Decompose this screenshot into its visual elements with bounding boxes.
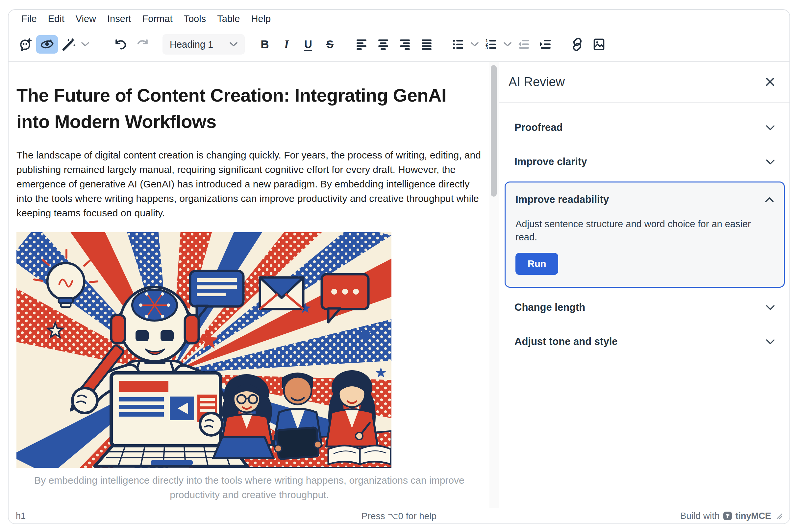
accordion-improve-readability[interactable]: Improve readability (516, 183, 774, 217)
underline-button[interactable]: U (297, 35, 319, 54)
accordion-label: Change length (515, 302, 585, 314)
numbered-list-menu-chevron[interactable] (502, 35, 513, 54)
document-figure[interactable]: By embedding intelligence directly into … (16, 232, 482, 502)
editor-window: File Edit View Insert Format Tools Table… (8, 9, 790, 524)
strikethrough-button[interactable]: S (319, 35, 341, 54)
accordion-label: Improve readability (516, 194, 609, 206)
align-right-icon (398, 38, 411, 51)
indent-icon (539, 38, 552, 51)
help-hint: Press ⌥0 for help (361, 511, 437, 521)
italic-icon: I (284, 37, 289, 51)
run-button[interactable]: Run (516, 253, 558, 275)
close-panel-button[interactable] (765, 77, 775, 87)
indent-button[interactable] (535, 35, 557, 54)
chevron-up-icon (765, 197, 774, 203)
ai-assistant-icon (18, 37, 33, 52)
align-center-button[interactable] (372, 35, 394, 54)
brand-name: tinyMCE (736, 511, 772, 521)
outdent-button[interactable] (513, 35, 535, 54)
accordion-adjust-tone-style[interactable]: Adjust tone and style (505, 324, 785, 359)
menu-format[interactable]: Format (137, 12, 178, 26)
ai-review-button[interactable] (36, 35, 58, 54)
close-icon (765, 77, 775, 87)
bullet-list-icon (452, 38, 465, 51)
brand-prefix: Build with (680, 511, 720, 521)
italic-button[interactable]: I (276, 35, 297, 54)
chevron-down-icon (471, 42, 479, 47)
document-paragraph: The landscape of digital content creatio… (16, 148, 482, 220)
panel-title: AI Review (508, 75, 565, 89)
align-left-icon (355, 38, 368, 51)
menu-insert[interactable]: Insert (101, 12, 137, 26)
brand-link[interactable]: Build with tinyMCE (680, 511, 771, 521)
menu-table[interactable]: Table (211, 12, 245, 26)
document-heading: The Future of Content Creation: Integrat… (16, 82, 482, 135)
align-justify-button[interactable] (416, 35, 438, 54)
ai-shortcuts-button[interactable] (58, 35, 80, 54)
accordion-improve-readability-card: Improve readability Adjust sentence stru… (505, 182, 785, 288)
image-icon (592, 37, 606, 52)
outdent-icon (517, 38, 531, 51)
accordion-improve-clarity[interactable]: Improve clarity (505, 145, 785, 179)
accordion-label: Proofread (515, 122, 562, 133)
redo-button[interactable] (132, 35, 153, 54)
editor-canvas[interactable]: The Future of Content Creation: Integrat… (8, 62, 489, 508)
accordion-label: Improve clarity (515, 156, 587, 168)
chevron-down-icon (766, 305, 775, 310)
editor-scrollbar[interactable] (489, 62, 499, 508)
chevron-down-icon (766, 159, 775, 165)
menu-tools[interactable]: Tools (178, 12, 211, 26)
menu-view[interactable]: View (70, 12, 101, 26)
undo-button[interactable] (110, 35, 132, 54)
element-path[interactable]: h1 (16, 511, 26, 521)
format-select-value: Heading 1 (170, 39, 213, 50)
align-center-icon (377, 38, 390, 51)
ai-assistant-button[interactable] (15, 35, 36, 54)
chevron-down-icon (766, 339, 775, 345)
chevron-down-icon (81, 42, 89, 47)
menubar: File Edit View Insert Format Tools Table… (8, 10, 790, 27)
redo-icon (135, 37, 150, 52)
tinymce-logo-icon (723, 511, 732, 520)
link-icon (570, 37, 584, 52)
statusbar: h1 Press ⌥0 for help Build with tinyMCE (8, 508, 790, 524)
undo-icon (113, 37, 128, 52)
figure-caption: By embedding intelligence directly into … (34, 473, 465, 502)
ai-shortcuts-menu-chevron[interactable] (80, 35, 91, 54)
accordion-label: Adjust tone and style (515, 336, 617, 347)
ai-review-icon (40, 37, 54, 52)
panel-header: AI Review (499, 62, 790, 102)
toolbar: Heading 1 B I U S (8, 27, 790, 62)
chevron-down-icon (766, 125, 775, 131)
align-right-button[interactable] (394, 35, 416, 54)
numbered-list-button[interactable]: 1 2 3 (480, 35, 502, 54)
menu-edit[interactable]: Edit (42, 12, 70, 26)
bullet-list-menu-chevron[interactable] (469, 35, 480, 54)
article-illustration (16, 232, 391, 468)
image-button[interactable] (588, 35, 610, 54)
format-select[interactable]: Heading 1 (163, 34, 245, 55)
scrollbar-thumb[interactable] (491, 65, 497, 197)
accordion-description: Adjust sentence structure and word choic… (516, 217, 774, 244)
numbered-list-icon: 1 2 3 (484, 38, 498, 51)
strikethrough-icon: S (326, 38, 334, 51)
accordion-change-length[interactable]: Change length (505, 290, 785, 324)
bold-button[interactable]: B (254, 35, 276, 54)
ai-review-panel: AI Review Proofread (499, 62, 790, 508)
accordion-proofread[interactable]: Proofread (505, 111, 785, 145)
bullet-list-button[interactable] (447, 35, 469, 54)
underline-icon: U (304, 38, 312, 51)
align-left-button[interactable] (351, 35, 372, 54)
panel-body: Proofread Improve clarity Improve readab… (499, 102, 790, 359)
main-area: The Future of Content Creation: Integrat… (8, 62, 790, 508)
magic-wand-icon (61, 37, 76, 52)
align-justify-icon (420, 38, 433, 51)
chevron-down-icon (504, 42, 512, 47)
resize-grip[interactable] (776, 513, 782, 519)
svg-text:3: 3 (485, 45, 488, 50)
chevron-down-icon (229, 42, 238, 47)
link-button[interactable] (567, 35, 588, 54)
menu-help[interactable]: Help (245, 12, 276, 26)
bold-icon: B (261, 38, 269, 51)
menu-file[interactable]: File (16, 12, 42, 26)
